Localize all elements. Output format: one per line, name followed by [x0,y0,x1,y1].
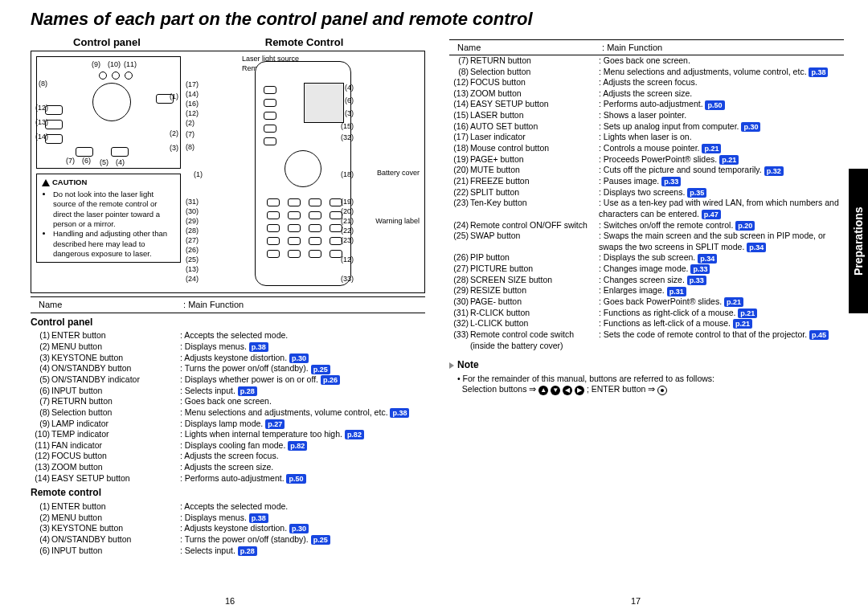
row-name: Selection button [51,407,180,419]
row-name: R-CLICK button [470,308,599,319]
row-desc: : Goes back one screen. [180,396,425,407]
row-number: (21) [449,176,470,187]
row-number: (14) [31,473,51,484]
row-name: FAN indicator [51,440,180,452]
row-name: PAGE+ button [470,154,599,166]
page-ref: p.21 [738,309,757,318]
row-desc: : Pauses image. p.33 [599,176,844,187]
page-ref: p.50 [286,474,305,484]
row-number: (8) [31,407,51,419]
row-name: FREEZE button [470,176,599,187]
row-name: ZOOM button [51,462,180,473]
function-row: (32)L-CLICK button: Functions as left-cl… [449,318,844,329]
row-name: LASER button [470,110,599,121]
row-number: (10) [31,429,51,440]
row-number: (3) [31,353,51,364]
row-number: (13) [449,88,470,100]
function-row: (13)ZOOM button: Adjusts the screen size… [31,462,425,473]
function-row: (29)RESIZE button: Enlarges image. p.31 [449,285,844,296]
row-name: PAGE- button [470,296,599,308]
diagram-header-remote: Remote Control [183,36,425,50]
row-number: (14) [449,99,470,110]
function-row: (20)MUTE button: Cuts off the picture an… [449,165,844,176]
remote-sketch [255,61,351,286]
row-name: FOCUS button [51,451,180,462]
col-func: : Main Function [602,42,844,53]
row-number: (12) [449,77,470,88]
row-number: (31) [449,308,470,319]
row-desc: : Adjusts the screen size. [180,462,425,473]
row-desc: : Controls a mouse pointer. p.21 [599,143,844,154]
row-number: (7) [31,396,51,407]
function-row: (23)Ten-Key button: Use as a ten-key pad… [449,198,844,219]
page-ref: p.38 [809,67,828,77]
page-ref: p.26 [321,375,340,385]
row-number: (27) [449,264,470,275]
function-row: (25)SWAP button: Swaps the main screen a… [449,231,844,252]
row-name: RETURN button [470,55,599,67]
row-name: SCREEN SIZE button [470,275,599,286]
row-number: (18) [449,143,470,154]
function-row: (19)PAGE+ button: Proceeds PowerPoint® s… [449,154,844,166]
function-row: (3)KEYSTONE button: Adjusts keystone dis… [31,523,425,534]
row-name: INPUT button [51,386,180,397]
page-ref: p.33 [687,276,706,285]
page-ref: p.38 [249,342,268,352]
row-desc: : Sets the code of remote control to tha… [599,329,844,351]
page-ref: p.82 [288,441,307,451]
row-desc: : Accepts the selected mode. [180,330,425,341]
caution-item: Do not look into the laser light source … [53,190,175,229]
table-header: Name : Main Function [31,296,425,313]
page-ref: p.28 [238,546,257,556]
row-number: (19) [449,154,470,166]
row-name: PIP button [470,252,599,264]
row-name: KEYSTONE button [51,523,180,534]
row-desc: : Selects input. p.28 [180,386,425,397]
function-row: (10)TEMP indicator: Lights when internal… [31,429,425,440]
page-ref: p.32 [764,166,784,176]
row-desc: : Adjusts the screen focus. [599,77,844,88]
row-desc: : Menu selections and adjustments, volum… [180,407,425,419]
row-desc: : Swaps the main screen and the sub scre… [599,231,844,252]
function-row: (1)ENTER button: Accepts the selected mo… [31,330,425,341]
function-row: (5)ON/STANDBY indicator: Displays whethe… [31,374,425,386]
row-number: (30) [449,296,470,308]
diagram-header-control-panel: Control panel [31,36,183,50]
right-arrow-icon: ▶ [575,386,584,395]
row-number: (32) [449,318,470,329]
section-remote-control: Remote control [31,487,425,500]
row-number: (9) [31,419,51,430]
function-row: (2)MENU button: Displays menus. p.38 [31,341,425,353]
function-row: (2)MENU button: Displays menus. p.38 [31,513,425,524]
row-name: Selection button [470,67,599,78]
row-desc: : Adjusts keystone distortion. p.30 [180,353,425,364]
caution-box: CAUTION Do not look into the laser light… [36,174,181,263]
page-ref: p.30 [741,122,760,132]
row-name: ON/STANDBY button [51,363,180,374]
row-name: ZOOM button [470,88,599,100]
caution-title: CAUTION [52,178,87,186]
function-row: (4)ON/STANDBY button: Turns the power on… [31,534,425,546]
caution-item: Handling and adjusting other than descri… [53,229,175,259]
function-row: (24)Remote control ON/OFF switch: Switch… [449,220,844,231]
function-row: (3)KEYSTONE button: Adjusts keystone dis… [31,353,425,364]
function-row: (8)Selection button: Menu selections and… [449,67,844,78]
function-row: (7)RETURN button: Goes back one screen. [31,396,425,407]
row-name: RESIZE button [470,285,599,296]
page-number-right: 17 [631,595,641,607]
function-row: (1)ENTER button: Accepts the selected mo… [31,501,425,513]
row-desc: : Performs auto-adjustment. p.50 [599,99,844,110]
row-name: EASY SETUP button [51,473,180,484]
row-number: (5) [31,374,51,386]
row-number: (28) [449,275,470,286]
row-desc: : Functions as right-click of a mouse. p… [599,308,844,319]
section-tab-preparations: Preparations [849,169,868,313]
row-number: (13) [31,462,51,473]
row-number: (6) [31,386,51,397]
enter-icon [657,386,667,395]
row-desc: : Adjusts the screen focus. [180,451,425,462]
page-ref: p.38 [249,513,268,523]
page-ref: p.25 [311,365,330,374]
row-number: (2) [31,341,51,353]
row-desc: : Proceeds PowerPoint® slides. p.21 [599,154,844,166]
